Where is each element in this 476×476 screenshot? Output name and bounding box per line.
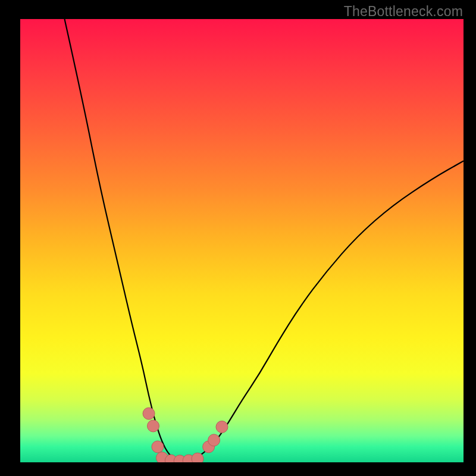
- heatmap-background: [20, 19, 464, 462]
- plot-area: [20, 19, 464, 462]
- data-marker: [216, 421, 228, 433]
- bottleneck-chart: [20, 19, 464, 462]
- data-marker: [143, 408, 155, 419]
- chart-frame: TheBottleneck.com: [0, 0, 476, 476]
- data-marker: [152, 441, 164, 453]
- data-marker: [192, 453, 203, 462]
- data-marker: [208, 434, 220, 446]
- data-marker: [148, 420, 159, 432]
- watermark-label: TheBottleneck.com: [344, 4, 463, 20]
